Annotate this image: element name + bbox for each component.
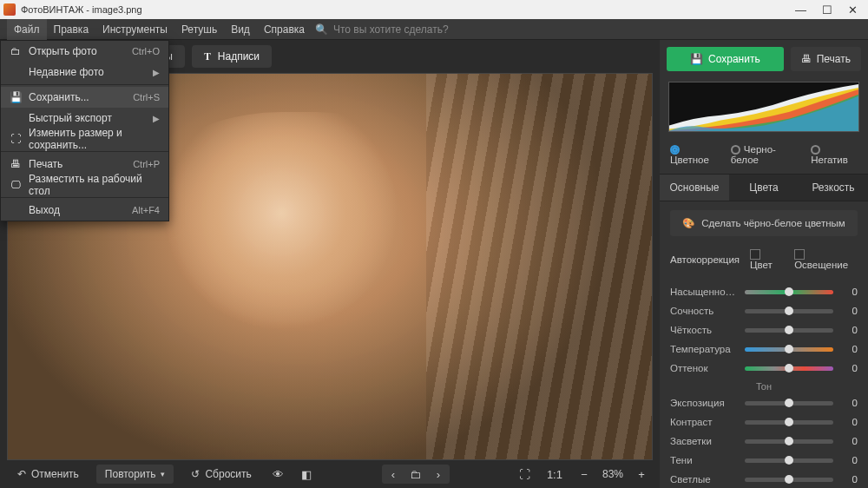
maximize-button[interactable]: ☐ — [822, 3, 832, 16]
menu-file[interactable]: Файл — [7, 19, 47, 40]
compare-icon[interactable]: ◧ — [297, 465, 316, 484]
search-input[interactable]: Что вы хотите сделать? — [333, 23, 449, 36]
next-image-button[interactable]: › — [427, 465, 450, 484]
menu-open-photo[interactable]: 🗀 Открыть фото Ctrl+O — [1, 41, 168, 62]
print-icon: 🖶 — [801, 53, 812, 65]
menu-quick-export[interactable]: Быстрый экспорт ▶ — [1, 108, 168, 129]
zoom-percent: 83% — [602, 468, 623, 480]
tab-captions[interactable]: 𝐓 Надписи — [192, 45, 272, 68]
menu-edit[interactable]: Правка — [47, 19, 96, 40]
slider-exposure[interactable]: Экспозиция0 — [670, 393, 858, 412]
menu-separator — [1, 84, 168, 85]
menu-set-desktop[interactable]: 🖵 Разместить на рабочий стол — [1, 175, 168, 195]
slider-tint[interactable]: Оттенок0 — [670, 359, 858, 378]
slider-whites[interactable]: Светлые0 — [670, 470, 858, 488]
color-mode-group: Цветное Черно-белое Негатив — [660, 139, 868, 174]
menu-exit[interactable]: Выход Alt+F4 — [1, 200, 168, 221]
save-icon: 💾 — [10, 91, 22, 103]
desktop-icon: 🖵 — [10, 179, 22, 191]
checkbox-auto-color[interactable]: Цвет — [750, 248, 784, 270]
tone-section-label: Тон — [670, 378, 858, 393]
radio-negative[interactable]: Негатив — [811, 144, 858, 165]
slider-saturation[interactable]: Насыщенность0 — [670, 282, 858, 301]
menu-separator — [1, 197, 168, 198]
menubar: Файл Правка Инструменты Ретушь Вид Справ… — [0, 19, 868, 40]
autocorrect-label: Автокоррекция — [670, 254, 740, 265]
print-icon: 🖶 — [10, 158, 22, 170]
menu-save[interactable]: 💾 Сохранить... Ctrl+S — [1, 87, 168, 108]
file-nav: ‹ 🗀 › — [382, 465, 450, 484]
redo-button[interactable]: Повторить ▾ — [96, 465, 174, 484]
menu-separator — [1, 151, 168, 152]
browse-folder-icon[interactable]: 🗀 — [404, 465, 427, 484]
save-button[interactable]: 💾 Сохранить — [667, 47, 784, 71]
menu-tools[interactable]: Инструменты — [95, 19, 174, 40]
close-button[interactable]: ✕ — [848, 3, 858, 16]
right-panel: 💾 Сохранить 🖶 Печать Цветное Черно-белое… — [660, 40, 868, 488]
zoom-in-button[interactable]: + — [632, 465, 651, 484]
palette-icon: 🎨 — [682, 217, 694, 229]
text-icon: 𝐓 — [204, 50, 211, 63]
slider-clarity[interactable]: Чёткость0 — [670, 320, 858, 340]
minimize-button[interactable]: — — [795, 3, 806, 16]
adjust-tabs: Основные Цвета Резкость — [660, 174, 868, 201]
tab-colors[interactable]: Цвета — [729, 175, 799, 201]
tab-basic[interactable]: Основные — [660, 175, 729, 201]
chevron-right-icon: ▶ — [153, 114, 160, 123]
undo-button[interactable]: ↶ Отменить — [9, 465, 88, 484]
menu-resize-save[interactable]: ⛶ Изменить размер и сохранить... — [1, 129, 168, 149]
search-icon: 🔍 — [315, 23, 328, 36]
file-menu-dropdown: 🗀 Открыть фото Ctrl+O Недавние фото ▶ 💾 … — [0, 40, 169, 221]
colorize-bw-button[interactable]: 🎨 Сделать чёрно-белое цветным — [670, 210, 858, 236]
prev-image-button[interactable]: ‹ — [382, 465, 404, 484]
reset-icon: ↺ — [191, 468, 200, 480]
resize-icon: ⛶ — [10, 133, 22, 145]
menu-view[interactable]: Вид — [224, 19, 257, 40]
radio-color[interactable]: Цветное — [670, 144, 719, 165]
menu-recent-photos[interactable]: Недавние фото ▶ — [1, 62, 168, 82]
radio-bw[interactable]: Черно-белое — [731, 144, 799, 165]
app-icon — [3, 3, 16, 16]
preview-toggle-icon[interactable]: 👁 — [269, 465, 288, 484]
slider-shadows[interactable]: Тени0 — [670, 451, 858, 470]
menu-print[interactable]: 🖶 Печать Ctrl+P — [1, 154, 168, 175]
folder-icon: 🗀 — [10, 45, 22, 57]
chevron-right-icon: ▶ — [153, 68, 160, 77]
tab-sharp[interactable]: Резкость — [799, 175, 868, 201]
menu-retouch[interactable]: Ретушь — [174, 19, 224, 40]
histogram — [668, 82, 859, 132]
slider-contrast[interactable]: Контраст0 — [670, 412, 858, 432]
fit-screen-icon[interactable]: ⛶ — [516, 465, 535, 484]
zoom-out-button[interactable]: − — [575, 465, 594, 484]
checkbox-auto-light[interactable]: Освещение — [794, 248, 858, 270]
chevron-down-icon: ▾ — [161, 470, 165, 478]
window-title: ФотоВИНТАЖ - image3.png — [21, 4, 142, 15]
undo-icon: ↶ — [17, 468, 26, 480]
slider-vibrance[interactable]: Сочность0 — [670, 301, 858, 320]
bottom-toolbar: ↶ Отменить Повторить ▾ ↺ Сбросить 👁 ◧ ‹ … — [0, 460, 660, 488]
sliders-group: Насыщенность0 Сочность0 Чёткость0 Темпер… — [660, 279, 868, 488]
menu-help[interactable]: Справка — [257, 19, 312, 40]
window-titlebar: ФотоВИНТАЖ - image3.png — ☐ ✕ — [0, 0, 868, 19]
reset-button[interactable]: ↺ Сбросить — [182, 465, 260, 484]
zoom-1to1-button[interactable]: 1:1 — [543, 465, 566, 484]
save-icon: 💾 — [690, 53, 703, 65]
slider-temperature[interactable]: Температура0 — [670, 340, 858, 359]
slider-highlights[interactable]: Засветки0 — [670, 432, 858, 451]
print-button[interactable]: 🖶 Печать — [791, 47, 861, 71]
